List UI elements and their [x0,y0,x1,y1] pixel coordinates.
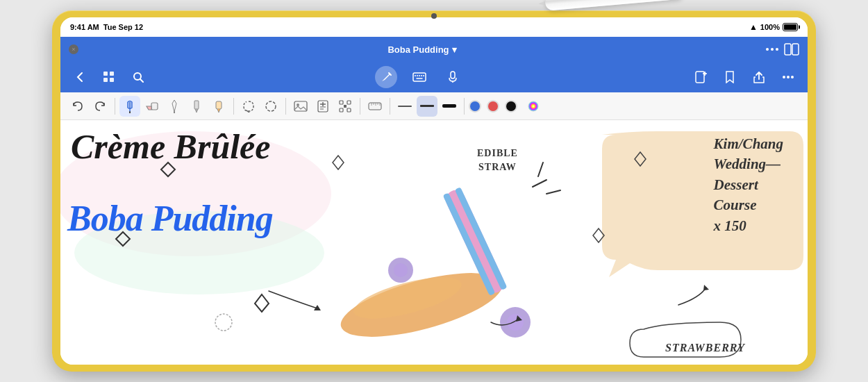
svg-point-56 [388,258,413,283]
main-toolbar-left [69,66,149,88]
svg-marker-69 [516,315,522,322]
more-button[interactable] [777,66,799,88]
dot2 [771,48,774,51]
svg-rect-5 [110,78,114,82]
svg-rect-4 [103,78,108,82]
svg-rect-41 [347,108,351,112]
separator-3 [285,98,286,115]
stroke-thick-button[interactable] [439,96,460,117]
image-insert-tool[interactable] [290,96,311,117]
split-view-icon[interactable] [784,43,799,56]
svg-line-61 [546,190,560,194]
marker-tool-2[interactable] [208,96,229,117]
svg-rect-28 [216,101,222,109]
color-black[interactable] [505,100,517,113]
svg-rect-42 [344,105,347,108]
shape-tool[interactable] [260,96,281,117]
marker-tool[interactable] [186,96,207,117]
main-toolbar [60,62,808,92]
mic-button[interactable] [442,66,464,88]
battery-percent: 100% [760,23,780,31]
svg-point-52 [350,269,465,327]
title-left: × [69,44,78,54]
bookmark-button[interactable] [719,66,741,88]
svg-rect-2 [103,72,108,76]
redo-button[interactable] [90,96,110,117]
share-button[interactable] [748,66,770,88]
svg-rect-54 [443,192,496,296]
window-dots [766,48,778,51]
dropdown-arrow: ▾ [452,44,457,55]
svg-rect-55 [455,187,508,290]
svg-marker-65 [255,294,269,312]
svg-rect-0 [785,44,791,55]
svg-marker-68 [593,229,604,242]
svg-point-21 [783,76,785,78]
creme-brulee-title: Crème Brûlée [71,128,270,165]
ipad-frame: 9:41 AM Tue Sep 12 ▲ 100% × [52,10,816,372]
svg-rect-1 [792,44,799,55]
drawing-area: Crème Brûlée Boba Pudding EDIBLESTRAW Ki… [60,120,808,365]
svg-marker-72 [703,285,709,290]
back-button[interactable] [69,66,91,88]
separator-4 [360,98,360,115]
grid-view-button[interactable] [98,66,120,88]
undo-button[interactable] [67,96,88,117]
boba-pudding-title: Boba Pudding [67,198,273,239]
svg-line-62 [538,163,543,176]
ruler-tool[interactable] [365,96,385,117]
svg-rect-27 [194,101,199,109]
scan-tool[interactable] [335,96,356,117]
title-right [766,43,799,56]
dot1 [766,48,769,51]
document-title: Boba Pudding [387,44,449,55]
edible-straw-label: EDIBLESTRAW [477,147,518,174]
wifi-icon: ▲ [749,22,758,32]
battery-fill [784,24,796,30]
pencil-body [544,0,684,11]
svg-point-51 [335,260,508,350]
keyboard-button[interactable] [408,66,431,88]
main-toolbar-right [690,66,799,88]
status-bar: 9:41 AM Tue Sep 12 ▲ 100% [60,17,808,37]
svg-point-71 [215,314,232,331]
stroke-medium-button[interactable] [417,96,437,117]
color-picker-button[interactable] [523,96,544,117]
pencil-tool-button[interactable] [375,66,397,88]
svg-point-22 [787,76,790,78]
stroke-thin-button[interactable] [394,96,415,117]
dot3 [776,48,778,51]
svg-rect-25 [151,103,158,110]
color-blue[interactable] [469,100,481,113]
text-tool[interactable] [312,96,333,117]
svg-point-23 [791,76,794,78]
separator-2 [233,98,234,115]
close-button[interactable]: × [69,44,78,54]
search-button[interactable] [127,66,149,88]
battery-icon [783,23,798,31]
svg-point-30 [266,101,276,111]
pencil-draw-tool[interactable] [164,96,185,117]
svg-rect-53 [443,187,508,296]
status-left: 9:41 AM Tue Sep 12 [70,23,143,31]
color-red[interactable] [487,100,499,113]
add-page-button[interactable] [690,66,712,88]
svg-point-57 [394,263,408,277]
svg-marker-67 [635,152,646,166]
svg-rect-31 [294,101,307,111]
svg-point-59 [507,314,524,331]
eraser-tool[interactable] [142,96,162,117]
svg-rect-9 [413,73,426,81]
scene: 9:41 AM Tue Sep 12 ▲ 100% × [0,0,868,382]
ipad-screen: 9:41 AM Tue Sep 12 ▲ 100% × [60,17,808,365]
drawing-toolbar [60,92,808,120]
lasso-tool[interactable] [238,96,259,117]
separator-6 [464,98,465,115]
pen-tool[interactable] [119,96,140,117]
document-title-area[interactable]: Boba Pudding ▾ [387,44,456,55]
svg-line-7 [140,79,143,82]
kim-chang-label: Kim/ChangWedding—DessertCoursex 150 [714,134,783,236]
title-bar: × Boba Pudding ▾ [60,37,808,62]
svg-line-60 [533,180,546,187]
strawberry-label: STRAWBERRY [665,342,745,354]
